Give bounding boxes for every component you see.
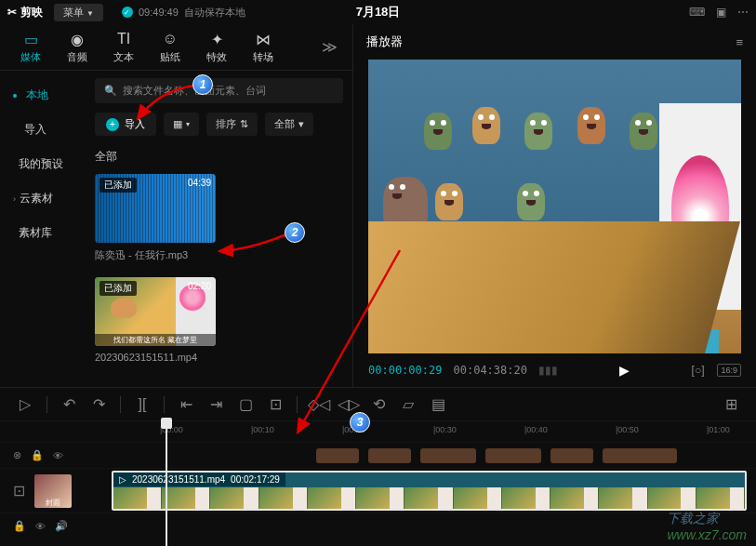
focus-icon[interactable]: [○]: [692, 364, 705, 377]
sticker-icon: ☺: [163, 30, 178, 48]
track-head-audio[interactable]: 🔒 👁 🔊: [0, 520, 112, 532]
visibility-icon[interactable]: 👁: [35, 521, 46, 532]
rotate-tool[interactable]: ⟲: [365, 393, 392, 417]
sidebar-cloud[interactable]: › 云素材: [0, 181, 86, 216]
trim-left-tool[interactable]: ⇤: [172, 393, 200, 417]
clip-name: 20230623151511.mp4: [132, 474, 225, 485]
document-title: 7月18日: [356, 4, 401, 20]
effect-icon: ✦: [211, 30, 223, 48]
crop-tool[interactable]: ▱: [394, 393, 422, 417]
annotation-marker-3: 3: [350, 412, 370, 433]
delete-button[interactable]: ▢: [232, 393, 259, 417]
tab-effect[interactable]: ✦ 特效: [193, 30, 240, 64]
track-audio[interactable]: [112, 513, 756, 539]
layout-icon[interactable]: ▣: [716, 6, 726, 19]
clip-type-icon: ▷: [119, 474, 126, 485]
cover-thumbnail[interactable]: 封面: [34, 474, 72, 508]
caption-preview: 找们都需这所名 藏在梦里: [95, 334, 216, 346]
added-badge: 已添加: [99, 178, 137, 193]
tab-audio[interactable]: ◉ 音频: [54, 30, 100, 64]
keyframe-tool[interactable]: ◇◁: [305, 393, 333, 417]
track-head-effects[interactable]: ⊗ 🔒 👁: [0, 449, 112, 461]
mute-icon[interactable]: 🔊: [55, 520, 68, 532]
tabs-more[interactable]: ≫: [314, 34, 345, 60]
added-badge: 已添加: [99, 281, 137, 296]
chevron-right-icon: ›: [13, 194, 16, 204]
menu-button[interactable]: 菜单 ▼: [54, 4, 103, 21]
undo-button[interactable]: ↶: [55, 393, 83, 417]
search-icon: 🔍: [104, 85, 117, 97]
sidebar-local[interactable]: 本地: [0, 78, 86, 113]
lock-icon[interactable]: 🔒: [31, 449, 44, 461]
link-icon: ⊗: [13, 449, 21, 461]
timeline-ruler[interactable]: |00:00 |00:10 |00:20 |00:30 |00:40 |00:5…: [112, 421, 756, 442]
track-head-video[interactable]: ⊡ 封面: [0, 469, 112, 513]
more-icon[interactable]: ⋯: [737, 6, 749, 19]
collapse-icon[interactable]: ⊡: [13, 482, 25, 499]
shortcut-icon[interactable]: ⌨: [689, 6, 705, 19]
sidebar-import[interactable]: 导入: [0, 113, 86, 147]
clip-duration: 00:02:17:29: [231, 474, 280, 485]
text-icon: TI: [117, 30, 130, 48]
redo-button[interactable]: ↷: [85, 393, 113, 417]
duration-label: 04:39: [188, 178, 211, 188]
annotation-marker-2: 2: [285, 222, 305, 243]
player-menu-icon[interactable]: ≡: [736, 35, 743, 49]
tab-sticker[interactable]: ☺ 贴纸: [147, 30, 193, 64]
grid-icon: ▦: [173, 118, 182, 130]
tab-text[interactable]: TI 文本: [100, 30, 147, 64]
split-tool[interactable]: ]​[: [128, 393, 156, 417]
sidebar-library[interactable]: 素材库: [0, 216, 86, 250]
autosave-status: ✓ 09:49:49 自动保存本地: [122, 6, 245, 20]
sort-button[interactable]: 排序 ⇅: [206, 113, 258, 136]
caption-tool[interactable]: ▤: [424, 393, 452, 417]
video-preview[interactable]: [368, 60, 741, 353]
play-button[interactable]: ▶: [619, 363, 630, 378]
filter-icon: ▾: [298, 118, 304, 130]
transition-icon: ⋈: [256, 30, 271, 48]
aspect-ratio-button[interactable]: 16:9: [717, 364, 741, 377]
annotation-marker-1: 1: [192, 74, 213, 95]
media-icon: ▭: [24, 30, 38, 48]
media-item-name: 20230623151511.mp4: [95, 352, 343, 363]
watermark: 下载之家 www.xz7.com: [667, 511, 747, 542]
select-tool[interactable]: ▷: [11, 393, 39, 417]
track-video[interactable]: ▷ 20230623151511.mp4 00:02:17:29: [112, 469, 756, 513]
media-item-audio[interactable]: 已添加 04:39: [95, 174, 216, 243]
import-button[interactable]: + 导入: [95, 113, 156, 136]
slip-tool[interactable]: ⊡: [261, 393, 289, 417]
tab-media[interactable]: ▭ 媒体: [7, 30, 54, 64]
audio-icon: ◉: [71, 30, 84, 48]
section-title: 全部: [95, 149, 343, 165]
video-clip[interactable]: ▷ 20230623151511.mp4 00:02:17:29: [112, 471, 747, 511]
scissors-icon: ✂: [7, 6, 17, 19]
tab-transition[interactable]: ⋈ 转场: [240, 30, 286, 64]
visibility-icon[interactable]: 👁: [53, 450, 63, 461]
media-item-name: 陈奕迅 - 任我行.mp3: [95, 248, 343, 262]
timeline-settings[interactable]: ⊞: [717, 393, 745, 417]
total-timecode: 00:04:38:20: [453, 364, 526, 377]
plus-icon: +: [106, 118, 119, 131]
lock-icon[interactable]: 🔒: [13, 520, 26, 532]
sidebar-presets[interactable]: 我的预设: [0, 147, 86, 181]
check-icon: ✓: [122, 7, 133, 18]
player-title: 播放器: [366, 33, 403, 50]
view-mode-button[interactable]: ▦▾: [164, 113, 199, 136]
media-item-video[interactable]: 已添加 02:20 找们都需这所名 藏在梦里: [95, 277, 216, 346]
trim-right-tool[interactable]: ⇥: [202, 393, 230, 417]
track-effects[interactable]: [112, 443, 756, 468]
current-timecode: 00:00:00:29: [368, 364, 442, 377]
duration-label: 02:20: [188, 281, 211, 291]
filter-all-button[interactable]: 全部 ▾: [265, 113, 313, 136]
search-input[interactable]: 🔍 搜索文件名称、画面元素、台词: [95, 78, 343, 103]
app-logo: ✂ 剪映: [7, 5, 43, 20]
